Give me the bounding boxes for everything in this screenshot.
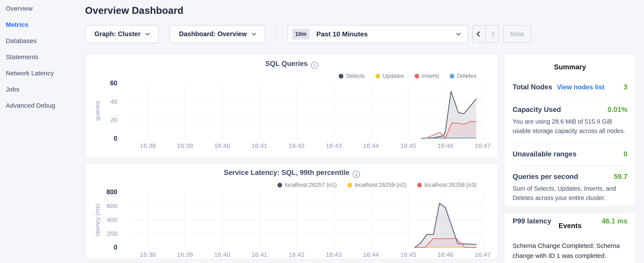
now-button[interactable]: Now — [503, 25, 531, 43]
legend-item: Deletes — [450, 73, 476, 79]
sidebar-item-jobs[interactable]: Jobs — [0, 81, 85, 97]
time-range-label: Past 10 Minutes — [316, 30, 368, 38]
queries-per-second-label: Queries per second — [512, 173, 578, 181]
service-latency-legend: localhost:26257 (n1) localhost:26259 (n2… — [86, 182, 498, 188]
svg-text:16:42: 16:42 — [288, 251, 304, 258]
graph-node-dropdown-label: Graph: Cluster — [94, 30, 140, 38]
summary-body: Total Nodes View nodes list 3 Capacity U… — [512, 83, 628, 225]
event-list-item[interactable]: Schema Change Completed: Schema change w… — [512, 241, 628, 263]
svg-text:200: 200 — [107, 230, 117, 237]
divider — [512, 98, 628, 99]
time-range-badge: 10m — [292, 29, 310, 40]
legend-item: Selects — [339, 73, 365, 79]
svg-text:800: 800 — [106, 190, 117, 196]
svg-text:16:44: 16:44 — [363, 251, 379, 258]
svg-text:16:46: 16:46 — [437, 251, 453, 258]
svg-text:16:43: 16:43 — [326, 142, 342, 149]
chevron-right-icon — [490, 31, 495, 37]
legend-item: Updates — [376, 73, 404, 79]
svg-text:16:44: 16:44 — [363, 142, 379, 149]
summary-row-capacity-used: Capacity Used 0.01% You are using 28.6 M… — [512, 106, 628, 136]
chart-title-row: SQL Queriesi — [86, 60, 498, 69]
svg-text:400: 400 — [107, 216, 117, 223]
svg-text:16:43: 16:43 — [326, 251, 342, 258]
service-latency-chart-card: Service Latency: SQL, 99th percentilei l… — [85, 163, 498, 259]
svg-text:16:46: 16:46 — [437, 142, 453, 149]
legend-label: localhost:26258 (n3) — [424, 182, 476, 188]
divider — [512, 143, 628, 143]
p99-latency-value: 46.1 ms — [602, 217, 628, 225]
service-latency-chart-plot[interactable]: 020040060080016:3816:3916:4016:4116:4216… — [86, 190, 498, 260]
p99-latency-label: P99 latency — [512, 217, 551, 225]
content-row: SQL Queriesi Selects Updates Inserts Del… — [85, 54, 636, 263]
deletes-dot-icon — [450, 74, 454, 79]
svg-text:latency (ms): latency (ms) — [94, 204, 101, 236]
legend-label: Inserts — [422, 73, 439, 79]
sql-queries-chart-title: SQL Queries — [265, 60, 308, 68]
chevron-left-icon — [476, 31, 482, 37]
svg-text:16:47: 16:47 — [474, 251, 490, 258]
service-latency-chart-title: Service Latency: SQL, 99th percentile — [224, 168, 349, 176]
svg-text:16:40: 16:40 — [214, 142, 230, 149]
total-nodes-value: 3 — [624, 83, 628, 91]
svg-text:60: 60 — [110, 81, 117, 87]
legend-label: Selects — [346, 73, 365, 79]
sidebar-item-metrics[interactable]: Metrics — [0, 17, 85, 33]
sidebar-item-statements[interactable]: Statements — [0, 49, 85, 65]
sidebar-item-network-latency[interactable]: Network Latency — [0, 65, 85, 81]
chevron-down-icon — [456, 31, 461, 35]
info-icon[interactable]: i — [311, 62, 318, 69]
sql-queries-chart-plot[interactable]: 020406016:3816:3916:4016:4116:4216:4316:… — [86, 81, 498, 151]
svg-text:16:38: 16:38 — [140, 251, 156, 258]
time-range-dropdown[interactable]: 10m Past 10 Minutes — [288, 25, 468, 43]
event-message: Schema Change Completed: Schema change w… — [512, 241, 628, 261]
svg-text:0: 0 — [114, 244, 117, 251]
inserts-dot-icon — [414, 74, 419, 79]
summary-row-queries-per-second: Queries per second 59.7 Sum of Selects, … — [512, 173, 628, 203]
page-title: Overview Dashboard — [85, 5, 636, 16]
sidebar: Overview Metrics Databases Statements Ne… — [0, 0, 85, 114]
controls-bar: Graph: Cluster Dashboard: Overview 10m P… — [85, 25, 636, 43]
capacity-used-description: You are using 28.6 MiB of 515.9 GiB usab… — [512, 117, 628, 136]
chevron-down-icon — [146, 31, 150, 35]
summary-row-total-nodes: Total Nodes View nodes list 3 — [512, 83, 628, 91]
info-icon[interactable]: i — [353, 171, 360, 178]
unavailable-ranges-label: Unavailable ranges — [512, 150, 576, 158]
svg-text:600: 600 — [107, 202, 117, 209]
updates-dot-icon — [376, 74, 380, 79]
dashboard-dropdown[interactable]: Dashboard: Overview — [170, 25, 265, 43]
svg-text:40: 40 — [110, 98, 117, 105]
controls-divider — [276, 25, 276, 43]
time-next-button[interactable] — [486, 26, 498, 43]
legend-label: localhost:26257 (n1) — [285, 182, 337, 188]
sidebar-item-overview[interactable]: Overview — [0, 1, 85, 17]
svg-text:16:40: 16:40 — [214, 251, 230, 258]
svg-text:queries: queries — [94, 101, 101, 121]
graph-node-dropdown[interactable]: Graph: Cluster — [85, 25, 158, 43]
divider — [512, 210, 628, 210]
legend-label: localhost:26259 (n2) — [355, 182, 407, 188]
node2-dot-icon — [348, 183, 352, 187]
legend-item: Inserts — [414, 73, 439, 79]
legend-item: localhost:26259 (n2) — [348, 182, 407, 188]
legend-item: localhost:26257 (n1) — [278, 182, 337, 188]
sidebar-item-advanced-debug[interactable]: Advanced Debug — [0, 97, 85, 114]
selects-dot-icon — [339, 74, 343, 79]
node1-dot-icon — [278, 183, 282, 187]
chart-title-row: Service Latency: SQL, 99th percentilei — [86, 168, 498, 178]
divider — [512, 165, 628, 166]
view-nodes-list-link[interactable]: View nodes list — [557, 83, 604, 91]
node3-dot-icon — [417, 183, 422, 187]
legend-item: localhost:26258 (n3) — [417, 182, 476, 188]
right-column: Summary Total Nodes View nodes list 3 Ca… — [504, 54, 636, 263]
time-prev-button[interactable] — [473, 26, 486, 43]
capacity-used-label: Capacity Used — [512, 106, 561, 114]
svg-text:16:39: 16:39 — [177, 142, 193, 149]
capacity-used-value: 0.01% — [608, 106, 628, 114]
svg-text:20: 20 — [110, 116, 117, 123]
sidebar-item-databases[interactable]: Databases — [0, 33, 85, 49]
svg-text:16:45: 16:45 — [400, 142, 416, 149]
svg-text:16:45: 16:45 — [400, 251, 416, 258]
sql-queries-legend: Selects Updates Inserts Deletes — [86, 73, 498, 79]
chevron-down-icon — [252, 31, 256, 35]
